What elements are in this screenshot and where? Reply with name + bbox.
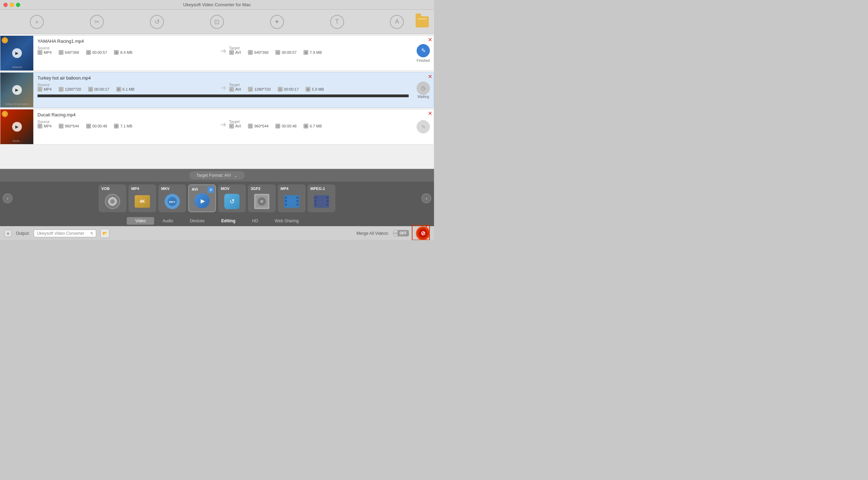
toggle-on-label bbox=[393, 232, 398, 234]
svg-rect-11 bbox=[297, 204, 299, 206]
format-mkv[interactable]: MKV MKV bbox=[158, 184, 186, 212]
merge-label: Merge All Videos: bbox=[357, 231, 389, 236]
remove-file-2-button[interactable]: ✕ bbox=[428, 74, 432, 80]
progress-bar-2 bbox=[37, 94, 409, 97]
source-format-2: ▪ MP4 bbox=[37, 87, 52, 92]
format-mp44k-label: MP4 bbox=[131, 187, 139, 191]
trim-icon: ✂ bbox=[90, 15, 104, 29]
tab-editing[interactable]: Editing bbox=[213, 217, 244, 225]
source-section-3: Source ▪ MP4 □ 960*544 ◷ bbox=[37, 119, 217, 130]
toolbar: ＋ ✂ ↺ ⊡ ✦ T A bbox=[0, 10, 434, 34]
source-label-2: Source bbox=[37, 83, 217, 87]
t-dur-icon: ◷ bbox=[275, 50, 280, 55]
file-name-2: Turkey hot air balloon.mp4 bbox=[37, 75, 409, 81]
t-size-icon-3: ⊞ bbox=[303, 124, 308, 129]
target-size-3: ⊞ 6.7 MB bbox=[303, 124, 322, 129]
svg-rect-10 bbox=[297, 200, 299, 202]
size-icon-2: ⊞ bbox=[116, 87, 121, 92]
format-3gp2[interactable]: 3GP2 bbox=[248, 184, 276, 212]
convert-button[interactable]: ⊘ bbox=[416, 226, 430, 240]
3gp2-svg bbox=[256, 195, 268, 208]
scroll-right-button[interactable]: › bbox=[422, 193, 431, 203]
play-button-2[interactable]: ▶ bbox=[12, 85, 22, 95]
tab-audio[interactable]: Audio bbox=[154, 217, 182, 225]
tab-web-sharing[interactable]: Web Sharing bbox=[266, 217, 307, 225]
trim-button[interactable]: ✂ bbox=[84, 12, 109, 32]
table-row: ✕ i Ducat... ▶ Ducati Racing.mp4 Source … bbox=[0, 109, 434, 144]
effect-icon: ✦ bbox=[270, 15, 284, 29]
chevron-down-icon: ⌄ bbox=[234, 173, 238, 178]
status-icon-3: ✎ bbox=[417, 120, 430, 133]
t-format-icon-3: ▪ bbox=[229, 124, 234, 129]
source-size-2: ⊞ 6.1 MB bbox=[116, 87, 135, 92]
target-format-bar: Target Format: AVI ⌄ bbox=[0, 169, 434, 182]
format-mpeg1-label: MPEG-1 bbox=[310, 187, 325, 191]
close-button[interactable] bbox=[3, 3, 8, 7]
titlebar: Ukeysoft Video Converter for Mac bbox=[0, 0, 434, 10]
remove-file-3-button[interactable]: ✕ bbox=[428, 111, 432, 116]
play-button-3[interactable]: ▶ bbox=[12, 122, 22, 132]
tab-devices[interactable]: Devices bbox=[182, 217, 213, 225]
format-avi[interactable]: ⚙ AVI bbox=[188, 184, 216, 212]
res-icon-2: □ bbox=[59, 87, 64, 92]
source-dur-1: ◷ 00:00:57 bbox=[86, 50, 107, 55]
file-name-1: YAMAHA Racing1.mp4 bbox=[37, 39, 409, 44]
target-format-selector[interactable]: Target Format: AVI ⌄ bbox=[189, 171, 244, 180]
format-icon: ▪ bbox=[37, 50, 42, 55]
source-res-2: □ 1280*720 bbox=[59, 87, 81, 92]
format-mp4-film[interactable]: MP4 bbox=[278, 184, 306, 212]
tab-video[interactable]: Video bbox=[127, 217, 154, 225]
format-mpeg1[interactable]: MPEG-1 bbox=[308, 184, 335, 212]
subtitle-button[interactable]: A bbox=[384, 12, 409, 32]
scroll-left-button[interactable]: ‹ bbox=[3, 193, 12, 203]
remove-file-1-button[interactable]: ✕ bbox=[428, 37, 432, 43]
watermark-button[interactable]: T bbox=[325, 12, 350, 32]
target-size-2: ⊞ 5.9 MB bbox=[306, 87, 324, 92]
status-label-1: Finished bbox=[417, 59, 430, 63]
mp4-4k-icon-area: 4K bbox=[134, 193, 151, 210]
t-res-icon: □ bbox=[248, 50, 253, 55]
target-meta-2: ▪ AVI □ 1280*720 ◷ 00:00:17 bbox=[229, 87, 409, 92]
file-info-2: Turkey hot air balloon.mp4 Source ▪ MP4 … bbox=[33, 73, 413, 107]
t-format-icon-2: ▪ bbox=[229, 87, 234, 92]
crop-button[interactable]: ⊡ bbox=[205, 12, 229, 32]
output-label: Output: bbox=[16, 231, 30, 236]
status-icon-2: ◷ bbox=[417, 82, 430, 95]
maximize-button[interactable] bbox=[16, 3, 20, 7]
mpeg1-svg bbox=[314, 195, 329, 208]
checkmark-icon: ✎ bbox=[421, 47, 426, 54]
open-folder-button[interactable] bbox=[416, 16, 429, 27]
minimize-button[interactable] bbox=[10, 3, 14, 7]
add-files-button[interactable]: + bbox=[4, 230, 12, 237]
merge-toggle[interactable]: OFF bbox=[393, 230, 409, 237]
target-format-1: ▪ AVI bbox=[229, 50, 241, 55]
clock-icon: ◷ bbox=[421, 85, 426, 91]
output-folder-button[interactable]: 📂 bbox=[100, 229, 109, 238]
target-section-3: Target ▪ AVI □ 960*544 ◷ bbox=[229, 119, 409, 130]
bottom-bar: + Output: Ukeysoft Video Converter ⇅ 📂 M… bbox=[0, 226, 434, 240]
rotate-button[interactable]: ↺ bbox=[144, 12, 169, 32]
effect-button[interactable]: ✦ bbox=[265, 12, 290, 32]
source-meta-1: ▪ MP4 □ 640*368 ◷ 00:00:57 bbox=[37, 50, 217, 55]
target-res-1: □ 640*368 bbox=[248, 50, 268, 55]
mpeg1-icon bbox=[314, 195, 329, 208]
thumbnail-label-3: Ducat... bbox=[2, 140, 31, 142]
badge-3: i bbox=[2, 111, 8, 117]
format-mp4-4k[interactable]: MP4 4K bbox=[128, 184, 156, 212]
tab-hd[interactable]: HD bbox=[244, 217, 266, 225]
output-path-selector[interactable]: Ukeysoft Video Converter ⇅ bbox=[34, 230, 96, 237]
file-badge: i bbox=[2, 37, 8, 43]
format-mov[interactable]: MOV ↺ bbox=[218, 184, 246, 212]
format-vob[interactable]: VOB bbox=[99, 184, 126, 212]
size-icon-3: ⊞ bbox=[114, 124, 119, 129]
dur-icon: ◷ bbox=[86, 50, 91, 55]
target-label: Target bbox=[229, 46, 409, 50]
target-dur-3: ◷ 00:00:48 bbox=[275, 124, 297, 129]
add-file-button[interactable]: ＋ bbox=[24, 12, 49, 32]
source-res-3: □ 960*544 bbox=[59, 124, 79, 129]
res-icon-3: □ bbox=[59, 124, 64, 129]
window-controls[interactable] bbox=[3, 3, 20, 7]
play-button[interactable]: ▶ bbox=[12, 48, 22, 58]
mov-icon: ↺ bbox=[224, 194, 240, 209]
t-dur-icon-2: ◷ bbox=[278, 87, 283, 92]
